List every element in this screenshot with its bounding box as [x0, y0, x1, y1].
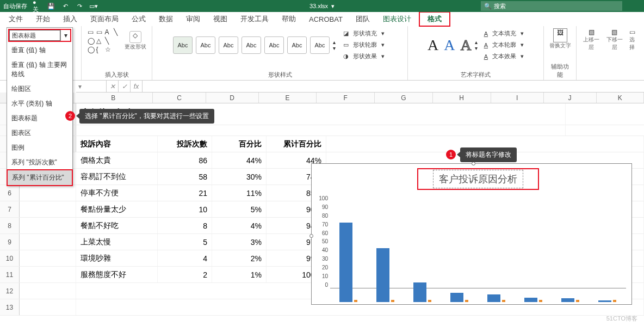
col-header-c[interactable]: C [153, 93, 206, 103]
col-header-b[interactable]: B [74, 93, 153, 103]
row-header[interactable]: 8 [0, 218, 20, 233]
dd-item-horizontal-axis[interactable]: 水平 (类别) 轴 [7, 96, 72, 111]
confirm-icon[interactable]: ✓ [119, 81, 131, 92]
chart-bar[interactable] [413, 282, 426, 302]
fx-icon[interactable]: fx [131, 81, 143, 92]
shape-style-4[interactable]: Abc [242, 36, 261, 54]
tab-insert[interactable]: 插入 [58, 12, 83, 26]
undo-icon[interactable]: ↶ [61, 2, 70, 10]
chart-point[interactable] [539, 300, 542, 302]
save-icon[interactable]: 💾 [47, 2, 55, 10]
chart-point[interactable] [576, 300, 579, 302]
wordart-more-icon[interactable]: ▴▾ [475, 39, 478, 51]
dd-item-legend[interactable]: 图例 [7, 140, 72, 155]
col-header-h[interactable]: H [433, 93, 491, 103]
chart-title-editbox[interactable]: 客户投诉原因分析 [417, 168, 539, 190]
tab-developer[interactable]: 开发工具 [235, 12, 274, 26]
embedded-chart[interactable]: 客户投诉原因分析 100 90 80 70 60 50 40 30 20 10 … [311, 163, 632, 305]
dd-item-vertical-axis[interactable]: 垂直 (值) 轴 [7, 43, 72, 58]
dd-item-series-cumpct[interactable]: 系列 "累计百分比" [7, 169, 73, 186]
chart-bar[interactable] [598, 300, 611, 302]
tab-formula[interactable]: 公式 [126, 12, 151, 26]
tab-format[interactable]: 格式 [419, 11, 450, 27]
gallery-more-icon[interactable]: ▴▾ [333, 39, 336, 51]
shape-style-5[interactable]: Abc [264, 36, 284, 54]
tab-home[interactable]: 开始 [30, 12, 55, 26]
chart-title-text[interactable]: 客户投诉原因分析 [433, 170, 523, 188]
shape-effects-button[interactable]: ◑ 形状效果 ▾ [341, 51, 387, 61]
chart-element-namebox[interactable]: 图表标题 [9, 30, 60, 41]
text-effects-button[interactable]: A 文本效果 ▾ [482, 51, 526, 61]
dd-item-series-count[interactable]: 系列 "投訴次數" [7, 155, 72, 170]
row-header[interactable]: 7 [0, 201, 20, 217]
row-header[interactable]: 12 [0, 283, 20, 299]
text-outline-label: 文本轮廓 [490, 40, 518, 50]
col-header-d[interactable]: D [206, 93, 259, 103]
chart-point[interactable] [428, 300, 431, 302]
tab-chartdesign[interactable]: 图表设计 [377, 12, 417, 26]
chart-bar[interactable] [376, 248, 389, 302]
dd-item-chart-title[interactable]: 图表标题 [7, 111, 72, 126]
shape-style-6[interactable]: Abc [287, 36, 307, 54]
chart-bar[interactable] [561, 298, 574, 302]
autosave-toggle[interactable]: ● 关 [33, 2, 41, 10]
dd-item-plotarea[interactable]: 绘图区 [7, 82, 72, 96]
row-header[interactable]: 9 [0, 234, 20, 250]
shape-style-3[interactable]: Abc [219, 36, 238, 54]
send-backward-button[interactable]: ▧下移一层 [604, 28, 624, 51]
tab-team[interactable]: 团队 [350, 12, 375, 26]
chart-point[interactable] [613, 300, 616, 302]
shape-style-7[interactable]: Abc [310, 36, 330, 54]
name-box[interactable]: ▾ [76, 81, 107, 92]
col-header-g[interactable]: G [375, 93, 433, 103]
tab-help[interactable]: 帮助 [276, 12, 301, 26]
row-header[interactable]: 6 [0, 185, 20, 201]
annotation-2: 选择 "累计百分比"，我要对其进行一些设置 [79, 109, 214, 124]
shape-fill-button[interactable]: ◪ 形状填充 ▾ [341, 28, 387, 39]
row-header[interactable]: 13 [0, 299, 20, 315]
chart-bar[interactable] [450, 293, 463, 302]
shape-outline-button[interactable]: ▭ 形状轮廓 ▾ [341, 40, 387, 50]
shape-style-gallery[interactable]: Abc Abc Abc Abc Abc Abc Abc ▴▾ [173, 36, 336, 54]
shape-style-2[interactable]: Abc [196, 36, 215, 54]
touch-mode-icon[interactable]: ▭▾ [89, 2, 98, 10]
alt-text-button[interactable]: 🖼 替换文字 [549, 28, 571, 48]
formula-input[interactable] [143, 81, 644, 92]
search-box[interactable]: 🔍 搜索 [481, 1, 622, 11]
shape-gallery-mini[interactable]: ▭▭A╲ ◯△╲ ◯{☆ [88, 28, 121, 53]
dropdown-icon[interactable]: ▾ [331, 3, 335, 10]
header-count: 投訴次數 [158, 136, 212, 152]
chart-bar[interactable] [339, 223, 352, 302]
chart-bar[interactable] [524, 298, 537, 303]
chart-point[interactable] [502, 300, 505, 302]
tab-data[interactable]: 数据 [153, 12, 178, 26]
row-header[interactable]: 10 [0, 250, 20, 266]
col-header-e[interactable]: E [259, 93, 317, 103]
dd-item-vertical-gridlines[interactable]: 垂直 (值) 轴 主要网格线 [7, 58, 72, 82]
col-header-k[interactable]: K [597, 93, 644, 103]
wordart-gallery[interactable]: A A A ▴▾ [425, 36, 478, 54]
chart-point[interactable] [354, 300, 357, 302]
col-header-j[interactable]: J [544, 93, 597, 103]
shape-style-1[interactable]: Abc [173, 36, 193, 54]
change-shape-button[interactable]: ◇ 更改形状 [125, 31, 146, 51]
col-header-f[interactable]: F [317, 93, 375, 103]
col-header-i[interactable]: I [491, 93, 544, 103]
select-pane-button[interactable]: ▭选择 [627, 28, 637, 51]
chart-point[interactable] [465, 300, 468, 302]
text-fill-button[interactable]: A 文本填充 ▾ [482, 28, 526, 39]
chart-bar[interactable] [487, 294, 500, 302]
tab-view[interactable]: 视图 [208, 12, 233, 26]
chevron-down-icon[interactable]: ▾ [60, 30, 70, 41]
text-outline-button[interactable]: A 文本轮廓 ▾ [482, 40, 526, 50]
tab-file[interactable]: 文件 [3, 12, 28, 26]
redo-icon[interactable]: ↷ [75, 2, 84, 10]
row-header[interactable]: 11 [0, 267, 20, 282]
chart-point[interactable] [391, 300, 394, 302]
tab-acrobat[interactable]: ACROBAT [304, 13, 348, 26]
tab-review[interactable]: 审阅 [181, 12, 206, 26]
tab-pagelayout[interactable]: 页面布局 [85, 12, 124, 26]
bring-forward-button[interactable]: ▧上移一层 [581, 28, 602, 51]
dd-item-chart-area[interactable]: 图表区 [7, 126, 72, 140]
cancel-icon[interactable]: ✕ [107, 81, 119, 92]
